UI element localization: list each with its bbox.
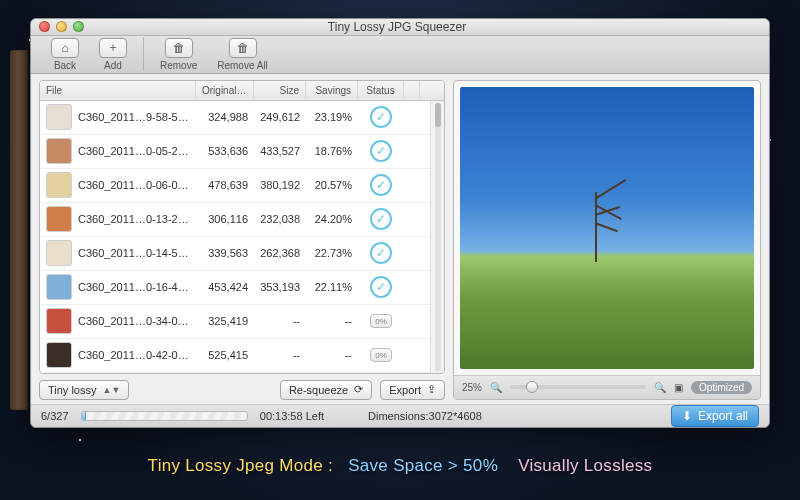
- caption-b: Save Space > 50%: [348, 456, 498, 475]
- mode-select[interactable]: Tiny lossy ▲▼: [39, 380, 129, 400]
- scrollbar-thumb[interactable]: [435, 103, 441, 127]
- home-icon: ⌂: [61, 41, 68, 55]
- plus-icon: ＋: [107, 39, 119, 56]
- status-cell: ✓: [358, 106, 404, 128]
- status-cell: ✓: [358, 242, 404, 264]
- tree-graphic: [595, 192, 597, 262]
- savings: --: [306, 349, 358, 361]
- add-button[interactable]: ＋ Add: [89, 36, 137, 73]
- original-size: 339,563: [196, 247, 254, 259]
- original-size: 525,415: [196, 349, 254, 361]
- thumbnail: [46, 206, 72, 232]
- remove-all-button[interactable]: 🗑 Remove All: [207, 36, 278, 73]
- original-size: 533,636: [196, 145, 254, 157]
- minimize-icon[interactable]: [56, 21, 67, 32]
- filename: C360_2011…9-58-58.jpg: [78, 111, 190, 123]
- status-cell: ✓: [358, 140, 404, 162]
- new-size: 232,038: [254, 213, 306, 225]
- original-size: 478,639: [196, 179, 254, 191]
- thumbnail: [46, 342, 72, 368]
- savings: 24.20%: [306, 213, 358, 225]
- thumbnail: [46, 240, 72, 266]
- back-button[interactable]: ⌂ Back: [41, 36, 89, 73]
- close-icon[interactable]: [39, 21, 50, 32]
- export-button[interactable]: Export ⇪: [380, 380, 445, 400]
- preview-image[interactable]: [454, 81, 760, 375]
- refresh-icon: ⟳: [354, 383, 363, 396]
- zoom-in-icon[interactable]: 🔍: [654, 382, 666, 393]
- table-row[interactable]: C360_2011…9-58-58.jpg324,988249,61223.19…: [40, 101, 430, 135]
- progress-eta: 00:13:58 Left: [260, 410, 324, 422]
- progress-bar: [81, 411, 248, 421]
- new-size: --: [254, 349, 306, 361]
- col-savings[interactable]: Savings: [306, 81, 358, 100]
- thumbnail: [46, 104, 72, 130]
- caret-updown-icon: ▲▼: [103, 385, 121, 395]
- scrollbar[interactable]: [430, 101, 444, 373]
- zoom-value: 25%: [462, 382, 482, 393]
- titlebar[interactable]: Tiny Lossy JPG Squeezer: [31, 19, 769, 36]
- check-icon: ✓: [370, 106, 392, 128]
- dimensions-label: Dimensions:3072*4608: [368, 410, 482, 422]
- pending-badge: 0%: [370, 314, 392, 328]
- export-all-button[interactable]: ⬇ Export all: [671, 405, 759, 427]
- table-row[interactable]: C360_2011…0-14-56.jpg339,563262,36822.73…: [40, 237, 430, 271]
- col-file[interactable]: File: [40, 81, 196, 100]
- check-icon: ✓: [370, 140, 392, 162]
- status-cell: ✓: [358, 208, 404, 230]
- table-row[interactable]: C360_2011…0-42-03.jpg525,415----0%: [40, 339, 430, 373]
- traffic-lights: [39, 21, 84, 32]
- status-cell: ✓: [358, 276, 404, 298]
- app-window: Tiny Lossy JPG Squeezer ⌂ Back ＋ Add 🗑 R…: [30, 18, 770, 428]
- caption-a: Tiny Lossy Jpeg Mode :: [148, 456, 334, 475]
- new-size: 353,193: [254, 281, 306, 293]
- thumbnail: [46, 172, 72, 198]
- col-status[interactable]: Status: [358, 81, 404, 100]
- status-cell: ✓: [358, 174, 404, 196]
- status-cell: 0%: [358, 348, 404, 362]
- original-size: 453,424: [196, 281, 254, 293]
- decor-book-edge: [10, 50, 28, 410]
- resqueeze-button[interactable]: Re-squeeze ⟳: [280, 380, 372, 400]
- zoom-knob[interactable]: [526, 381, 538, 393]
- mode-select-label: Tiny lossy: [48, 384, 97, 396]
- table-row[interactable]: C360_2011…0-05-23.jpg533,636433,52718.76…: [40, 135, 430, 169]
- file-table: File Original S… Size Savings Status C36…: [39, 80, 445, 374]
- new-size: 249,612: [254, 111, 306, 123]
- savings: 18.76%: [306, 145, 358, 157]
- preview-pane: 25% 🔍 🔍 ▣ Optimized: [453, 80, 761, 400]
- new-size: --: [254, 315, 306, 327]
- check-icon: ✓: [370, 174, 392, 196]
- thumbnail: [46, 274, 72, 300]
- table-row[interactable]: C360_2011…0-13-24.jpg306,116232,03824.20…: [40, 203, 430, 237]
- status-cell: 0%: [358, 314, 404, 328]
- zoom-out-icon[interactable]: 🔍: [490, 382, 502, 393]
- toolbar-separator: [143, 37, 144, 71]
- table-row[interactable]: C360_2011…0-16-42.jpg453,424353,19322.11…: [40, 271, 430, 305]
- col-size[interactable]: Size: [254, 81, 306, 100]
- export-all-icon: ⬇: [682, 409, 692, 423]
- pending-badge: 0%: [370, 348, 392, 362]
- filename: C360_2011…0-16-42.jpg: [78, 281, 190, 293]
- new-size: 262,368: [254, 247, 306, 259]
- savings: --: [306, 315, 358, 327]
- trash-all-icon: 🗑: [237, 41, 249, 55]
- new-size: 433,527: [254, 145, 306, 157]
- zoom-slider[interactable]: [510, 385, 646, 389]
- check-icon: ✓: [370, 208, 392, 230]
- caption-c: Visually Lossless: [518, 456, 652, 475]
- table-header: File Original S… Size Savings Status: [40, 81, 444, 101]
- footer: 6/327 00:13:58 Left Dimensions:3072*4608…: [31, 404, 769, 427]
- zoom-icon[interactable]: [73, 21, 84, 32]
- table-body: C360_2011…9-58-58.jpg324,988249,61223.19…: [40, 101, 430, 373]
- table-row[interactable]: C360_2011…0-34-05.jpg325,419----0%: [40, 305, 430, 339]
- trash-icon: 🗑: [173, 41, 185, 55]
- remove-button[interactable]: 🗑 Remove: [150, 36, 207, 73]
- savings: 23.19%: [306, 111, 358, 123]
- original-size: 306,116: [196, 213, 254, 225]
- table-row[interactable]: C360_2011…0-06-09.jpg478,639380,19220.57…: [40, 169, 430, 203]
- col-original[interactable]: Original S…: [196, 81, 254, 100]
- fit-icon[interactable]: ▣: [674, 382, 683, 393]
- savings: 22.73%: [306, 247, 358, 259]
- promo-caption: Tiny Lossy Jpeg Mode : Save Space > 50% …: [0, 456, 800, 476]
